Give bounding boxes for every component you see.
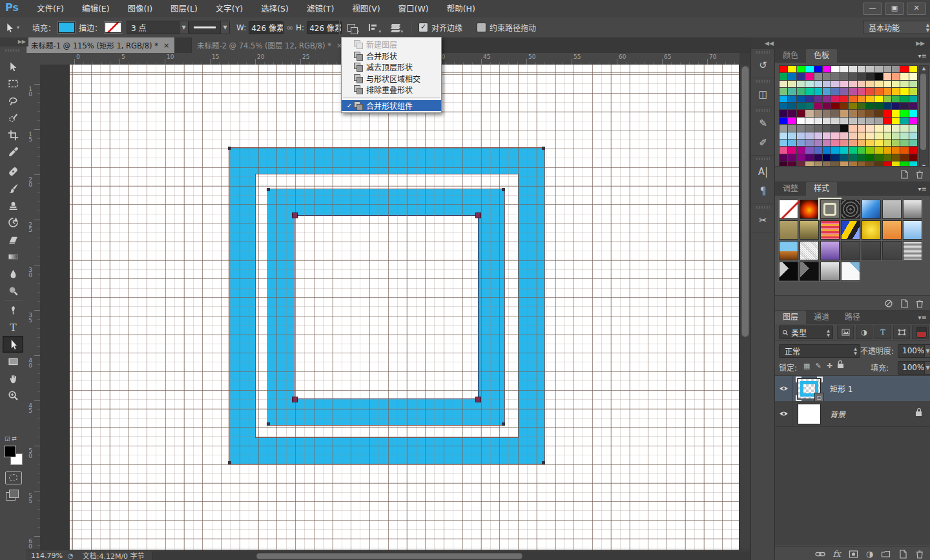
color-swatch[interactable]	[874, 118, 882, 124]
color-swatch[interactable]	[900, 96, 908, 102]
color-swatch[interactable]	[849, 118, 856, 124]
clear-style-button[interactable]	[884, 299, 893, 308]
color-swatch[interactable]	[900, 132, 908, 139]
color-swatch[interactable]	[780, 140, 787, 146]
color-swatch[interactable]	[814, 118, 822, 124]
color-swatch[interactable]	[780, 81, 787, 87]
color-swatch[interactable]	[900, 66, 908, 72]
style-red-stripes[interactable]	[820, 220, 840, 240]
panel-gripper[interactable]	[756, 206, 770, 209]
horizontal-scrollbar-thumb[interactable]	[256, 553, 522, 559]
color-swatch[interactable]	[884, 66, 891, 72]
color-swatch[interactable]	[814, 147, 822, 153]
shape-menu-item-1[interactable]: 合并形状	[342, 50, 441, 62]
color-swatch[interactable]	[788, 81, 796, 87]
color-swatch[interactable]	[874, 147, 882, 153]
menu-item-6[interactable]: 滤镜(T)	[298, 0, 342, 17]
color-swatch[interactable]	[814, 88, 822, 94]
menu-item-0[interactable]: 文件(F)	[28, 0, 72, 17]
shape-menu-item-5[interactable]: ✓合并形状组件	[342, 100, 441, 112]
vertical-scrollbar-thumb[interactable]	[741, 66, 749, 337]
layer-name[interactable]: 背景	[830, 408, 845, 419]
color-swatch[interactable]	[874, 140, 882, 146]
color-swatch[interactable]	[866, 73, 874, 79]
color-swatch[interactable]	[805, 73, 813, 79]
new-adjustment-layer-button[interactable]: ◑	[866, 549, 873, 559]
style-no-style[interactable]	[779, 200, 798, 219]
color-swatch[interactable]	[900, 81, 908, 87]
color-swatch[interactable]	[823, 96, 831, 102]
color-swatch[interactable]	[788, 110, 796, 116]
color-swatch[interactable]	[788, 147, 796, 153]
color-swatch[interactable]	[797, 110, 805, 116]
color-swatch[interactable]	[814, 96, 822, 102]
color-swatch[interactable]	[909, 73, 917, 79]
color-swatch[interactable]	[780, 103, 787, 109]
color-swatch[interactable]	[858, 147, 865, 153]
pen-tool[interactable]	[3, 302, 23, 318]
style-blue-fold-corner[interactable]	[841, 262, 860, 281]
add-layer-mask-button[interactable]	[849, 550, 858, 558]
color-swatch[interactable]	[788, 88, 796, 94]
color-swatch[interactable]	[849, 154, 856, 161]
path-arrangement-button[interactable]: ▾	[388, 21, 403, 35]
layer-row-0[interactable]: ▢矩形 1	[775, 376, 930, 402]
layers-tab-通道[interactable]: 通道	[806, 311, 837, 324]
color-swatch[interactable]	[814, 81, 822, 87]
constrain-path-checkbox[interactable]	[477, 23, 486, 32]
color-swatch[interactable]	[866, 154, 874, 161]
color-swatch[interactable]	[780, 125, 787, 131]
color-swatch[interactable]	[858, 96, 865, 102]
color-swatch[interactable]	[858, 81, 865, 87]
color-swatch[interactable]	[805, 88, 813, 94]
color-swatch[interactable]	[840, 147, 848, 153]
color-swatch[interactable]	[805, 140, 813, 146]
filter-type-layers-button[interactable]: T	[874, 326, 891, 339]
color-swatch[interactable]	[780, 66, 787, 72]
color-swatch[interactable]	[866, 110, 874, 116]
style-khaki[interactable]	[779, 220, 798, 240]
color-swatch[interactable]	[866, 96, 874, 102]
color-swatch[interactable]	[788, 132, 796, 139]
style-blue-glossy[interactable]	[862, 200, 881, 219]
tools-gripper[interactable]	[5, 49, 21, 52]
menu-item-3[interactable]: 图层(L)	[162, 0, 206, 17]
brush-presets-panel-icon[interactable]: ✎	[751, 114, 775, 133]
stroke-style-select[interactable]: ▼	[189, 21, 230, 34]
menu-item-2[interactable]: 图像(I)	[119, 0, 161, 17]
collapse-panels-icon[interactable]: ▶▶	[916, 40, 925, 47]
color-swatch[interactable]	[866, 147, 874, 153]
eyedropper-tool[interactable]	[3, 144, 23, 161]
color-swatch[interactable]	[797, 125, 805, 131]
color-swatch[interactable]	[823, 125, 831, 131]
color-swatch[interactable]	[874, 154, 882, 161]
color-swatch[interactable]	[840, 154, 848, 161]
color-swatch[interactable]	[874, 96, 882, 102]
color-swatch[interactable]	[909, 154, 917, 161]
brush-tool[interactable]	[3, 180, 23, 197]
collapse-strip-icon[interactable]: ◀◀	[765, 40, 774, 47]
color-swatch[interactable]	[892, 96, 900, 102]
color-swatch[interactable]	[892, 66, 900, 72]
color-swatch[interactable]	[909, 147, 917, 153]
menu-item-1[interactable]: 编辑(E)	[74, 0, 118, 17]
layers-tab-图层[interactable]: 图层	[775, 311, 806, 324]
color-swatch[interactable]	[849, 125, 856, 131]
color-swatch[interactable]	[866, 81, 874, 87]
color-swatch[interactable]	[805, 66, 813, 72]
crop-tool[interactable]	[3, 127, 23, 143]
color-swatch[interactable]	[900, 147, 908, 153]
color-swatch[interactable]	[797, 81, 805, 87]
style-orange-glow[interactable]	[800, 200, 819, 219]
color-swatch[interactable]	[840, 132, 848, 139]
fill-opacity-field[interactable]: 100% ▼	[898, 361, 930, 375]
color-swatch[interactable]	[874, 88, 882, 94]
new-swatch-button[interactable]	[900, 170, 909, 179]
color-swatch[interactable]	[874, 110, 882, 116]
color-swatch[interactable]	[780, 118, 787, 124]
color-swatch[interactable]	[823, 66, 831, 72]
color-swatch[interactable]	[780, 110, 787, 116]
color-swatch[interactable]	[884, 154, 891, 161]
color-swatch[interactable]	[831, 66, 839, 72]
swatches-scrollbar[interactable]: ▲▼	[919, 65, 929, 170]
